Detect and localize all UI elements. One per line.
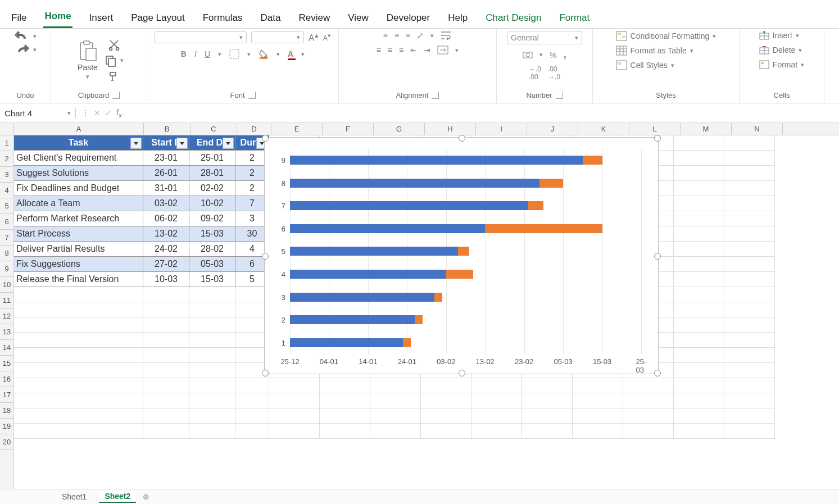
number-format-select[interactable]: General▾ — [507, 31, 582, 44]
options-icon[interactable]: ⋮ — [81, 108, 89, 117]
cell[interactable] — [14, 408, 143, 424]
dialog-launcher-icon[interactable] — [112, 92, 120, 99]
redo-button[interactable]: ▾ — [14, 44, 37, 55]
cell[interactable] — [724, 424, 775, 439]
cell[interactable] — [724, 211, 775, 226]
chart-bar[interactable] — [415, 315, 423, 324]
cell[interactable] — [573, 424, 623, 439]
cell[interactable] — [471, 393, 522, 408]
dialog-launcher-icon[interactable] — [248, 92, 256, 99]
cell[interactable]: Start D — [143, 135, 189, 151]
cell[interactable] — [724, 242, 775, 257]
row-header[interactable]: 14 — [0, 340, 13, 356]
cell[interactable]: 24-02 — [143, 242, 189, 257]
cell[interactable]: 09-02 — [189, 211, 235, 226]
cell[interactable]: Start Process — [14, 226, 143, 242]
bold-button[interactable]: B — [181, 49, 187, 58]
cell[interactable] — [623, 378, 674, 393]
align-center-icon[interactable]: ≡ — [388, 46, 392, 55]
conditional-formatting-button[interactable]: Conditional Formatting ▾ — [616, 31, 716, 41]
chart-bar[interactable] — [539, 179, 563, 188]
align-bottom-icon[interactable]: ≡ — [406, 31, 410, 40]
new-sheet-icon[interactable]: ⊕ — [143, 492, 149, 501]
tab-home[interactable]: Home — [43, 8, 72, 28]
cell[interactable] — [724, 317, 775, 333]
cell[interactable] — [235, 424, 269, 439]
chart-plot-area[interactable]: 25-1204-0114-0124-0103-0213-0223-0205-03… — [290, 149, 641, 354]
cell[interactable] — [421, 378, 471, 393]
tab-chart-design[interactable]: Chart Design — [484, 10, 542, 28]
cell[interactable]: Get Client's Requirement — [14, 151, 143, 166]
cell[interactable]: 10-02 — [189, 196, 235, 211]
cell[interactable] — [370, 424, 421, 439]
chart-bar[interactable] — [290, 156, 583, 165]
comma-icon[interactable]: , — [564, 49, 566, 61]
chart-object[interactable]: 25-1204-0114-0124-0103-0213-0223-0205-03… — [264, 137, 659, 374]
cell[interactable] — [674, 333, 724, 348]
cell[interactable] — [724, 363, 775, 378]
chart-bar[interactable] — [290, 293, 434, 302]
cell[interactable]: 15-03 — [189, 272, 235, 287]
cell[interactable] — [269, 408, 320, 424]
cell[interactable] — [14, 424, 143, 439]
column-header[interactable]: J — [527, 123, 578, 135]
chart-bar[interactable] — [458, 247, 470, 256]
cell[interactable] — [143, 333, 189, 348]
chart-bar[interactable] — [485, 224, 602, 233]
cell[interactable] — [674, 378, 724, 393]
chart-bar[interactable] — [446, 270, 474, 279]
cell[interactable]: 25-01 — [189, 151, 235, 166]
cell[interactable] — [674, 287, 724, 302]
fill-color-button[interactable] — [258, 49, 269, 59]
cell[interactable] — [143, 302, 189, 317]
cell[interactable] — [471, 378, 522, 393]
filter-dropdown-icon[interactable] — [130, 138, 142, 149]
cell[interactable]: 06-02 — [143, 211, 189, 226]
cell-styles-button[interactable]: Cell Styles ▾ — [616, 60, 674, 70]
chart-bar[interactable] — [434, 293, 442, 302]
cell[interactable] — [623, 424, 674, 439]
cell[interactable] — [522, 393, 573, 408]
row-header[interactable]: 19 — [0, 419, 13, 434]
column-header[interactable]: G — [374, 123, 425, 135]
percent-icon[interactable]: % — [550, 51, 556, 60]
dialog-launcher-icon[interactable] — [556, 92, 563, 99]
cell[interactable]: Fix Deadlines and Budget — [14, 181, 143, 196]
row-header[interactable]: 5 — [0, 198, 13, 214]
row-header[interactable]: 2 — [0, 151, 13, 167]
cell[interactable] — [370, 393, 421, 408]
increase-decimal-icon[interactable]: ←.0.00 — [529, 65, 541, 81]
chart-bar[interactable] — [583, 156, 602, 165]
format-painter-icon[interactable] — [105, 70, 124, 83]
cell[interactable] — [573, 393, 623, 408]
column-header[interactable]: D — [237, 123, 271, 135]
undo-button[interactable]: ▾ — [14, 31, 37, 41]
cell[interactable] — [674, 242, 724, 257]
column-header[interactable]: B — [144, 123, 191, 135]
cell[interactable] — [724, 272, 775, 287]
cell[interactable] — [674, 151, 724, 166]
italic-button[interactable]: I — [194, 49, 197, 58]
cell[interactable] — [235, 408, 269, 424]
cell[interactable] — [573, 408, 623, 424]
cell[interactable]: Suggest Solutions — [14, 166, 143, 181]
chart-bar[interactable] — [290, 179, 539, 188]
cell[interactable] — [724, 226, 775, 242]
decrease-font-icon[interactable]: A▾ — [323, 32, 332, 42]
cell[interactable] — [320, 378, 370, 393]
row-header[interactable]: 18 — [0, 403, 13, 419]
column-header[interactable]: M — [681, 123, 732, 135]
row-header[interactable]: 3 — [0, 167, 13, 183]
cell[interactable] — [189, 424, 235, 439]
filter-dropdown-icon[interactable] — [176, 138, 188, 149]
cell[interactable]: 10-03 — [143, 272, 189, 287]
cell[interactable] — [14, 348, 143, 363]
copy-icon[interactable]: ▾ — [105, 55, 124, 67]
cell[interactable] — [724, 408, 775, 424]
increase-font-icon[interactable]: A▴ — [309, 31, 319, 43]
cell[interactable] — [674, 393, 724, 408]
cell[interactable] — [143, 408, 189, 424]
chart-bar[interactable] — [290, 224, 485, 233]
paste-button[interactable]: Paste▾ — [74, 38, 101, 83]
cell[interactable] — [269, 393, 320, 408]
